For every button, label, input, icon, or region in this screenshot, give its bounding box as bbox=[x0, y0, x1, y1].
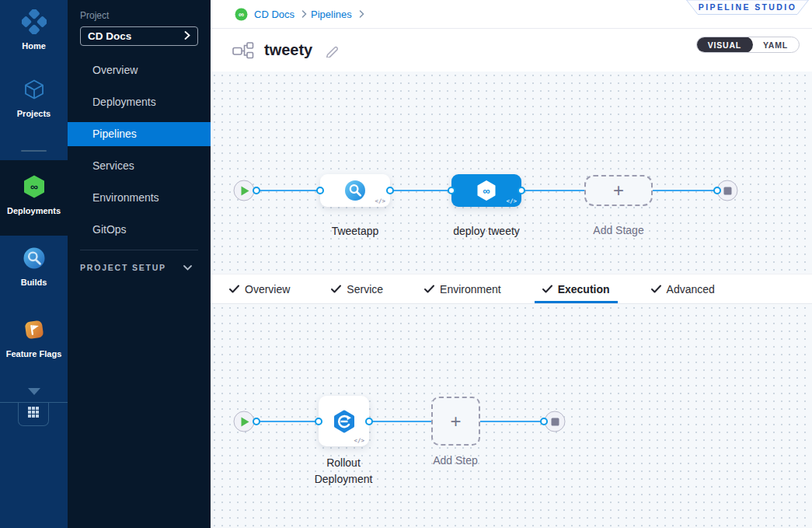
sidebar-menu: Overview Deployments Pipelines Services … bbox=[68, 58, 211, 242]
tab-execution[interactable]: Execution bbox=[542, 274, 610, 303]
step-node-rollout-deployment[interactable]: </> bbox=[319, 396, 369, 446]
ci-builds-icon bbox=[22, 260, 47, 273]
pipeline-start-node bbox=[234, 180, 255, 201]
chevron-right-icon bbox=[184, 30, 190, 42]
cd-module-icon: ∞ bbox=[235, 8, 248, 21]
badge-label: PIPELINE STUDIO bbox=[686, 0, 809, 15]
rail-label: Deployments bbox=[0, 206, 68, 215]
visual-yaml-toggle: VISUAL YAML bbox=[696, 37, 800, 53]
play-icon bbox=[242, 186, 249, 195]
connector-dot bbox=[365, 418, 373, 425]
tab-advanced[interactable]: Advanced bbox=[651, 274, 715, 303]
chevron-right-icon bbox=[359, 10, 364, 18]
svg-text:∞: ∞ bbox=[483, 185, 490, 197]
rail-item-home[interactable]: Home bbox=[0, 9, 68, 51]
check-icon bbox=[229, 285, 239, 293]
feature-flags-icon bbox=[22, 331, 47, 344]
connector-dot bbox=[540, 418, 548, 425]
rail-label: Feature Flags bbox=[0, 349, 68, 358]
rail-item-projects[interactable]: Projects bbox=[0, 77, 68, 118]
cd-deployments-icon: ∞ bbox=[22, 188, 47, 201]
build-stage-icon bbox=[344, 180, 366, 201]
stage-label-deploy-tweety: deploy tweety bbox=[453, 225, 520, 237]
check-icon bbox=[331, 285, 341, 293]
code-glyph: </> bbox=[375, 198, 385, 205]
pipeline-name: tweety bbox=[264, 41, 312, 59]
connector-dot bbox=[316, 187, 324, 194]
rolling-deployment-icon bbox=[333, 410, 356, 433]
harness-home-icon bbox=[22, 23, 47, 37]
stage-node-deploy-tweety[interactable]: ∞ </> bbox=[451, 174, 521, 207]
project-sidebar: Project CD Docs Overview Deployments Pip… bbox=[68, 0, 211, 528]
plus-icon: + bbox=[613, 181, 624, 200]
connector-dot bbox=[315, 418, 322, 425]
rail-item-deployments[interactable]: ∞ Deployments bbox=[0, 160, 68, 236]
connector-dot bbox=[518, 187, 525, 194]
stage-label-tweetapp: Tweetapp bbox=[332, 225, 379, 237]
yaml-toggle-button[interactable]: YAML bbox=[752, 37, 799, 53]
execution-canvas: </> + Rollout Deployment Add Step bbox=[211, 304, 812, 528]
module-switcher-button[interactable] bbox=[18, 402, 49, 426]
connector-dot bbox=[713, 187, 721, 194]
rail-divider bbox=[21, 150, 47, 152]
svg-text:∞: ∞ bbox=[30, 180, 38, 193]
pipeline-title-row: tweety VISUAL YAML bbox=[211, 29, 812, 72]
sidebar-item-pipelines[interactable]: Pipelines bbox=[68, 122, 211, 146]
connector-dot bbox=[253, 418, 260, 425]
project-setup-label: PROJECT SETUP bbox=[80, 263, 166, 272]
rail-label: Home bbox=[0, 41, 68, 51]
rail-item-feature-flags[interactable]: Feature Flags bbox=[0, 317, 68, 358]
rail-item-builds[interactable]: Builds bbox=[0, 246, 68, 287]
rail-label: Projects bbox=[0, 109, 68, 118]
step-label-rollout-deployment: Rollout Deployment bbox=[301, 455, 386, 488]
svg-text:∞: ∞ bbox=[239, 10, 244, 19]
stage-config-tabs: Overview Service Environment Execution A… bbox=[211, 274, 812, 304]
stage-canvas: </> ∞ </> + Tweetapp deploy tweety Add S… bbox=[211, 72, 812, 274]
check-icon bbox=[424, 285, 434, 293]
sidebar-divider bbox=[80, 250, 198, 250]
module-rail: Home Projects ∞ Deployments bbox=[0, 0, 68, 528]
deploy-stage-icon: ∞ bbox=[476, 180, 497, 201]
plus-icon: + bbox=[450, 412, 461, 431]
check-icon bbox=[651, 285, 661, 293]
play-icon bbox=[242, 417, 249, 426]
connector-dot bbox=[448, 187, 455, 194]
pipeline-graph-icon bbox=[232, 42, 254, 59]
stop-icon bbox=[723, 187, 731, 194]
breadcrumb-link-pipelines[interactable]: Pipelines bbox=[311, 9, 352, 20]
sidebar-item-environments[interactable]: Environments bbox=[68, 186, 211, 210]
add-stage-label: Add Stage bbox=[593, 224, 643, 236]
chevron-right-icon bbox=[301, 10, 307, 18]
grid-icon bbox=[27, 406, 40, 421]
code-glyph: </> bbox=[506, 198, 517, 205]
connector-dot bbox=[253, 187, 260, 194]
tab-overview[interactable]: Overview bbox=[229, 274, 290, 303]
edit-pencil-icon[interactable] bbox=[325, 43, 340, 58]
project-selector[interactable]: CD Docs bbox=[80, 26, 198, 46]
add-step-label: Add Step bbox=[433, 454, 478, 467]
tab-environment[interactable]: Environment bbox=[424, 274, 501, 303]
add-stage-button[interactable]: + bbox=[584, 175, 653, 206]
rail-expand-chevron[interactable] bbox=[0, 384, 68, 398]
pipeline-studio-main: PIPELINE STUDIO ∞ CD Docs Pipelines twe bbox=[211, 0, 812, 528]
sidebar-item-services[interactable]: Services bbox=[68, 154, 211, 178]
sidebar-item-gitops[interactable]: GitOps bbox=[68, 218, 211, 242]
sidebar-item-deployments[interactable]: Deployments bbox=[68, 90, 211, 114]
tab-service[interactable]: Service bbox=[331, 274, 383, 303]
cube-icon bbox=[22, 91, 47, 104]
flow-connector-line bbox=[244, 421, 555, 422]
pipeline-studio-badge: PIPELINE STUDIO bbox=[686, 0, 809, 15]
breadcrumb-link-project[interactable]: CD Docs bbox=[254, 9, 294, 20]
chevron-down-icon bbox=[183, 263, 192, 272]
sidebar-item-overview[interactable]: Overview bbox=[68, 58, 211, 82]
visual-toggle-button[interactable]: VISUAL bbox=[696, 37, 753, 53]
add-step-button[interactable]: + bbox=[431, 397, 480, 446]
connector-dot bbox=[386, 187, 394, 194]
check-icon bbox=[542, 285, 552, 293]
project-setup-toggle[interactable]: PROJECT SETUP bbox=[68, 263, 211, 272]
execution-start-node bbox=[234, 411, 255, 432]
project-name: CD Docs bbox=[88, 30, 131, 42]
project-label: Project bbox=[80, 10, 211, 21]
code-glyph: </> bbox=[354, 437, 364, 444]
stage-node-tweetapp[interactable]: </> bbox=[320, 174, 390, 207]
